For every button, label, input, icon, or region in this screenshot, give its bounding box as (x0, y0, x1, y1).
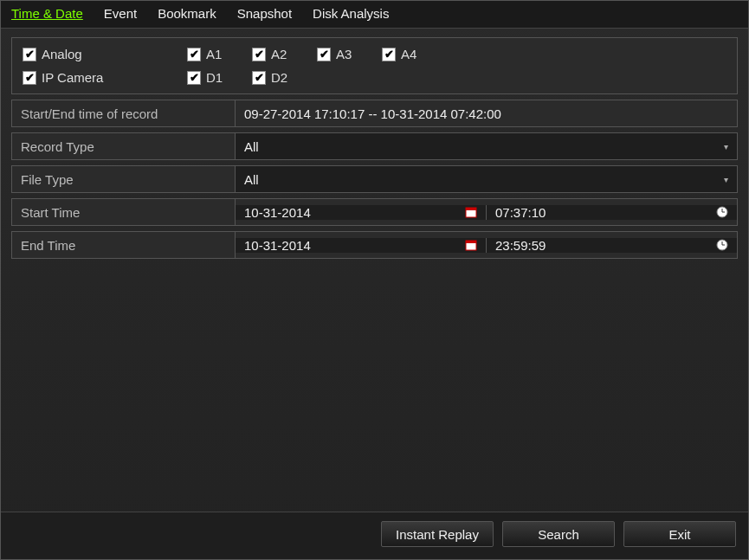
tab-event[interactable]: Event (104, 4, 137, 23)
playback-search-window: Time & Date Event Bookmark Snapshot Disk… (0, 0, 749, 560)
end-time-value: 23:59:59 (495, 238, 546, 253)
d1-label: D1 (206, 70, 223, 85)
svg-rect-6 (466, 241, 476, 243)
file-type-dropdown[interactable]: All ▾ (236, 166, 737, 192)
row-end-time: End Time 10-31-2014 23:59:59 (11, 231, 738, 259)
search-button[interactable]: Search (502, 521, 615, 547)
start-time-value: 07:37:10 (495, 205, 546, 220)
start-date-value: 10-31-2014 (244, 205, 311, 220)
row-record-range: Start/End time of record 09-27-2014 17:1… (11, 100, 738, 127)
checkbox-a1[interactable] (187, 48, 201, 61)
checkbox-d1[interactable] (187, 71, 201, 85)
record-type-value: All (244, 139, 259, 154)
empty-area (11, 264, 738, 503)
a3-label: A3 (336, 47, 352, 61)
instant-replay-button[interactable]: Instant Replay (381, 521, 494, 547)
checkbox-d2[interactable] (252, 71, 266, 85)
record-range-value: 09-27-2014 17:10:17 -- 10-31-2014 07:42:… (236, 106, 737, 121)
chevron-down-icon: ▾ (724, 142, 728, 151)
ip-camera-label: IP Camera (42, 70, 103, 85)
start-time-input[interactable]: 07:37:10 (487, 205, 737, 220)
tab-disk-analysis[interactable]: Disk Analysis (313, 4, 389, 23)
checkbox-a4[interactable] (382, 48, 396, 61)
a1-label: A1 (206, 47, 222, 61)
file-type-label: File Type (12, 166, 236, 192)
tab-bar: Time & Date Event Bookmark Snapshot Disk… (1, 1, 748, 29)
channel-panel: Analog A1 A2 A3 A4 (11, 37, 738, 94)
start-time-label: Start Time (12, 199, 236, 225)
record-range-label: Start/End time of record (12, 100, 236, 126)
checkbox-ip-camera[interactable] (23, 71, 36, 85)
record-type-label: Record Type (12, 133, 236, 159)
a2-label: A2 (271, 47, 287, 61)
calendar-icon (465, 206, 477, 218)
checkbox-a3[interactable] (317, 48, 331, 61)
row-record-type: Record Type All ▾ (11, 132, 738, 160)
content-area: Analog A1 A2 A3 A4 (1, 29, 748, 512)
file-type-value: All (244, 172, 259, 187)
end-date-input[interactable]: 10-31-2014 (236, 238, 487, 253)
analog-row: Analog A1 A2 A3 A4 (23, 47, 726, 61)
row-file-type: File Type All ▾ (11, 165, 738, 193)
end-time-input[interactable]: 23:59:59 (487, 238, 737, 253)
tab-time-date[interactable]: Time & Date (11, 4, 83, 23)
d2-label: D2 (271, 70, 287, 85)
calendar-icon (465, 239, 477, 251)
clock-icon (716, 206, 728, 218)
checkbox-a2[interactable] (252, 48, 266, 61)
end-time-label: End Time (12, 232, 236, 258)
exit-button[interactable]: Exit (623, 521, 736, 547)
start-date-input[interactable]: 10-31-2014 (236, 205, 487, 220)
a4-label: A4 (401, 47, 416, 61)
checkbox-analog[interactable] (23, 48, 36, 61)
record-type-dropdown[interactable]: All ▾ (236, 133, 737, 159)
tab-snapshot[interactable]: Snapshot (237, 4, 292, 23)
tab-bookmark[interactable]: Bookmark (158, 4, 216, 23)
chevron-down-icon: ▾ (724, 175, 728, 184)
end-date-value: 10-31-2014 (244, 238, 311, 253)
clock-icon (716, 239, 728, 251)
analog-label: Analog (42, 47, 82, 61)
row-start-time: Start Time 10-31-2014 07:37:10 (11, 198, 738, 226)
ip-row: IP Camera D1 D2 (23, 70, 726, 85)
footer-bar: Instant Replay Search Exit (1, 512, 748, 559)
svg-rect-1 (466, 208, 476, 210)
